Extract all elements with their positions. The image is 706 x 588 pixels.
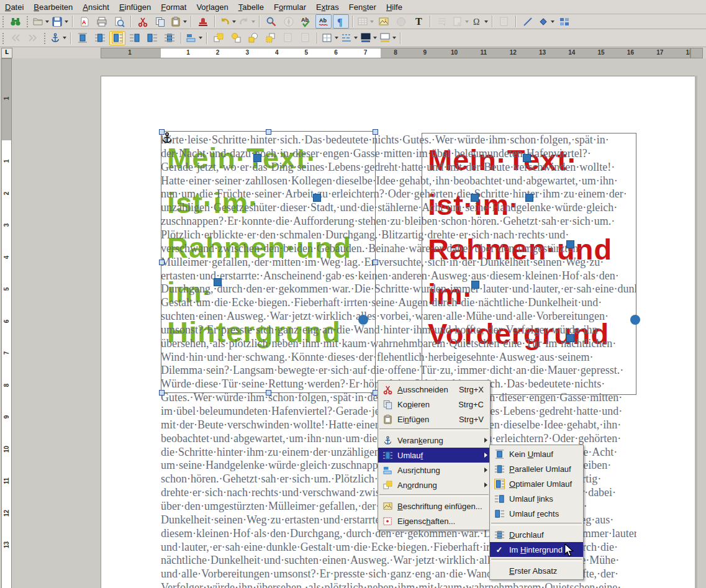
format-paintbrush-button[interactable] xyxy=(195,14,211,29)
wrap-parallel-button[interactable] xyxy=(92,31,108,45)
dropdown-arrow-icon[interactable] xyxy=(183,20,187,23)
menu-item-optimaler-umlauf[interactable]: Optimaler Umlauf xyxy=(490,476,583,491)
border-style-button[interactable] xyxy=(340,31,358,45)
dropdown-arrow-icon[interactable] xyxy=(354,37,358,39)
menubar-item-einfügen[interactable]: Einfügen xyxy=(114,1,156,13)
page-preview-button[interactable] xyxy=(111,14,127,29)
menubar-item-formular[interactable]: Formular xyxy=(269,1,311,13)
dropdown-arrow-icon[interactable] xyxy=(465,20,469,23)
toolbar-grip[interactable] xyxy=(43,32,47,44)
insert-line-button[interactable] xyxy=(520,14,536,29)
object-selection-handle[interactable] xyxy=(471,281,479,289)
send-backward-button[interactable] xyxy=(245,31,261,45)
dropdown-arrow-icon[interactable] xyxy=(45,20,49,23)
wrap-off-button[interactable] xyxy=(75,31,91,45)
redo-button[interactable] xyxy=(238,14,256,29)
menu-item-umlauf-rechts[interactable]: Umlauf rechts xyxy=(490,506,583,521)
menubar-item-fenster[interactable]: Fenster xyxy=(344,1,381,13)
bring-forward-button[interactable] xyxy=(228,31,244,45)
menubar-item-bearbeiten[interactable]: Bearbeiten xyxy=(29,1,78,13)
text-frame-foreground[interactable] xyxy=(422,133,636,395)
menu-item-umlauf-links[interactable]: Umlauf links xyxy=(490,491,583,506)
export-pdf-button[interactable]: A xyxy=(76,14,93,29)
link-frames-button[interactable] xyxy=(280,31,296,45)
dropdown-arrow-icon[interactable] xyxy=(373,37,377,39)
dropdown-arrow-icon[interactable] xyxy=(251,20,255,23)
dropdown-arrow-icon[interactable] xyxy=(551,20,554,23)
menubar-item-tabelle[interactable]: Tabelle xyxy=(233,1,269,13)
menu-item-durchlauf[interactable]: Durchlauf xyxy=(490,527,583,542)
wrap-right-button[interactable] xyxy=(144,31,160,45)
unlink-frames-button[interactable] xyxy=(297,31,314,45)
toolbar-grip[interactable] xyxy=(2,16,5,27)
save-button[interactable] xyxy=(51,14,69,29)
basic-shapes-button[interactable] xyxy=(537,14,555,29)
menu-item-beschriftung-einfuegen[interactable]: Beschriftung einfügen... xyxy=(378,499,490,513)
dropdown-arrow-icon[interactable] xyxy=(232,20,236,23)
menu-item-verankerung[interactable]: Verankerung xyxy=(378,433,490,448)
text-frame-background[interactable] xyxy=(161,131,376,393)
object-selection-handle[interactable] xyxy=(214,278,222,286)
open-button[interactable] xyxy=(32,14,50,29)
menu-item-ausschneiden[interactable]: AusschneidenStrg+X xyxy=(378,382,490,397)
dropdown-arrow-icon[interactable] xyxy=(370,20,374,23)
object-selection-handle[interactable] xyxy=(630,315,640,325)
object-selection-handle[interactable] xyxy=(253,154,261,162)
wrap-optimal-button[interactable] xyxy=(109,31,125,45)
insert-fields-button[interactable] xyxy=(451,14,469,29)
object-selection-handle[interactable] xyxy=(566,240,574,248)
insert-textbox-button[interactable]: T xyxy=(410,14,427,29)
menu-item-umlauf[interactable]: Umlauf xyxy=(378,448,490,463)
menu-item-erster-absatz[interactable]: Erster Absatz xyxy=(490,563,583,578)
frame-resize-handle[interactable] xyxy=(159,260,165,265)
toolbar-grip[interactable] xyxy=(2,32,5,44)
object-selection-handle[interactable] xyxy=(471,194,479,202)
anchor-icon[interactable] xyxy=(160,131,174,147)
dropdown-arrow-icon[interactable] xyxy=(65,20,68,23)
wrap-through-button[interactable] xyxy=(161,31,178,45)
menubar-item-hilfe[interactable]: Hilfe xyxy=(381,1,407,13)
dropdown-arrow-icon[interactable] xyxy=(335,37,338,39)
frame-resize-handle[interactable] xyxy=(159,390,165,396)
object-selection-handle[interactable] xyxy=(358,315,368,325)
object-selection-handle[interactable] xyxy=(566,334,574,342)
menu-item-kopieren[interactable]: KopierenStrg+C xyxy=(378,397,490,412)
object-selection-handle[interactable] xyxy=(313,194,321,202)
gallery-button[interactable] xyxy=(556,14,572,29)
toolbar-grip[interactable] xyxy=(26,16,29,27)
vertical-ruler[interactable]: 112345678910111213 xyxy=(1,58,12,588)
insert-image-button[interactable] xyxy=(376,14,392,29)
send-to-back-button[interactable] xyxy=(263,31,279,45)
copy-button[interactable] xyxy=(152,14,168,29)
print-button[interactable] xyxy=(94,14,110,29)
cut-button[interactable] xyxy=(135,14,151,29)
undo-button[interactable] xyxy=(219,14,237,29)
background-color-button[interactable] xyxy=(360,31,378,45)
frame-resize-handle[interactable] xyxy=(373,129,378,135)
previous-object-button[interactable] xyxy=(7,31,24,45)
menu-item-einfuegen[interactable]: EinfügenStrg+V xyxy=(378,412,490,427)
menu-item-anordnung[interactable]: Anordnung xyxy=(378,477,490,492)
border-color-button[interactable] xyxy=(379,31,397,45)
menu-item-paralleler-umlauf[interactable]: Paralleler Umlauf xyxy=(490,461,583,476)
object-selection-handle[interactable] xyxy=(523,154,531,162)
spellcheck-button[interactable]: Ab xyxy=(298,14,314,29)
menu-item-eigenschaften[interactable]: Eigenschaften... xyxy=(378,513,490,528)
menubar-item-extras[interactable]: Extras xyxy=(311,1,344,13)
chain-frames-button[interactable] xyxy=(404,31,420,45)
bring-to-front-button[interactable] xyxy=(210,31,227,45)
horizontal-ruler[interactable]: 1123456789101112131415161718 xyxy=(101,48,690,58)
frame-resize-handle[interactable] xyxy=(373,260,378,265)
menu-item-kein-umlauf[interactable]: Kein Umlauf xyxy=(490,446,583,461)
paste-button[interactable] xyxy=(170,14,188,29)
alignment-button[interactable] xyxy=(185,31,203,45)
menubar-item-ansicht[interactable]: Ansicht xyxy=(78,1,114,13)
insert-section-button[interactable] xyxy=(496,14,512,29)
next-object-button[interactable] xyxy=(25,31,41,45)
anchor-button[interactable] xyxy=(49,31,67,45)
dropdown-arrow-icon[interactable] xyxy=(392,37,396,39)
navigator-button[interactable] xyxy=(281,14,297,29)
unchain-frames-button[interactable] xyxy=(422,31,438,45)
frame-resize-handle[interactable] xyxy=(266,390,271,396)
autospellcheck-button[interactable]: Ab xyxy=(315,14,332,29)
